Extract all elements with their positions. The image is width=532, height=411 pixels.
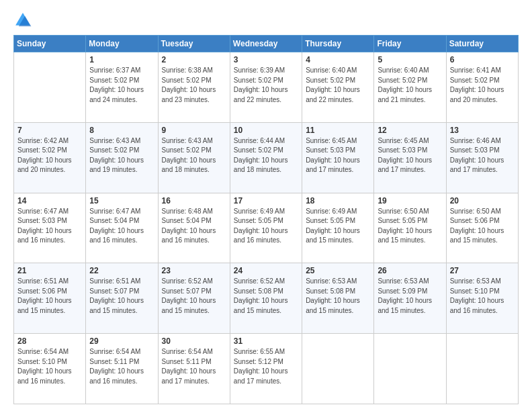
day-number: 7 [17, 126, 82, 135]
day-number: 20 [450, 196, 515, 205]
day-number: 4 [306, 55, 370, 64]
day-info: Sunrise: 6:51 AMSunset: 5:06 PMDaylight:… [17, 277, 82, 316]
day-cell: 20Sunrise: 6:50 AMSunset: 5:06 PMDayligh… [446, 193, 518, 263]
day-cell: 9Sunrise: 6:43 AMSunset: 5:02 PMDaylight… [158, 122, 230, 193]
day-number: 10 [234, 126, 298, 135]
day-cell: 21Sunrise: 6:51 AMSunset: 5:06 PMDayligh… [14, 263, 86, 334]
day-number: 3 [234, 55, 298, 64]
day-cell [374, 334, 446, 404]
weekday-header-monday: Monday [86, 36, 158, 52]
logo [13, 11, 35, 30]
day-number: 12 [378, 126, 442, 135]
day-cell: 15Sunrise: 6:47 AMSunset: 5:04 PMDayligh… [86, 193, 158, 263]
weekday-header-wednesday: Wednesday [230, 36, 302, 52]
day-number: 17 [234, 196, 298, 205]
day-cell: 17Sunrise: 6:49 AMSunset: 5:05 PMDayligh… [230, 193, 302, 263]
week-row-3: 21Sunrise: 6:51 AMSunset: 5:06 PMDayligh… [14, 263, 519, 334]
day-cell: 8Sunrise: 6:43 AMSunset: 5:02 PMDaylight… [86, 122, 158, 193]
weekday-header-sunday: Sunday [14, 36, 86, 52]
day-info: Sunrise: 6:40 AMSunset: 5:02 PMDaylight:… [378, 66, 442, 105]
day-number: 26 [378, 266, 442, 275]
day-info: Sunrise: 6:54 AMSunset: 5:10 PMDaylight:… [17, 347, 82, 386]
day-cell: 25Sunrise: 6:53 AMSunset: 5:08 PMDayligh… [302, 263, 374, 334]
week-row-0: 1Sunrise: 6:37 AMSunset: 5:02 PMDaylight… [14, 52, 519, 123]
day-info: Sunrise: 6:54 AMSunset: 5:11 PMDaylight:… [89, 347, 154, 386]
day-cell: 6Sunrise: 6:41 AMSunset: 5:02 PMDaylight… [446, 52, 518, 123]
day-number: 8 [89, 126, 154, 135]
weekday-header-tuesday: Tuesday [158, 36, 230, 52]
day-cell: 27Sunrise: 6:53 AMSunset: 5:10 PMDayligh… [446, 263, 518, 334]
day-number: 19 [378, 196, 442, 205]
day-info: Sunrise: 6:45 AMSunset: 5:03 PMDaylight:… [306, 136, 370, 175]
calendar-table: SundayMondayTuesdayWednesdayThursdayFrid… [13, 35, 519, 404]
day-cell: 5Sunrise: 6:40 AMSunset: 5:02 PMDaylight… [374, 52, 446, 123]
day-cell: 16Sunrise: 6:48 AMSunset: 5:04 PMDayligh… [158, 193, 230, 263]
logo-icon [13, 11, 32, 30]
day-info: Sunrise: 6:54 AMSunset: 5:11 PMDaylight:… [162, 347, 226, 386]
day-cell [14, 52, 86, 123]
day-cell: 26Sunrise: 6:53 AMSunset: 5:09 PMDayligh… [374, 263, 446, 334]
weekday-header-thursday: Thursday [302, 36, 374, 52]
day-number: 22 [89, 266, 154, 275]
day-cell: 7Sunrise: 6:42 AMSunset: 5:02 PMDaylight… [14, 122, 86, 193]
day-info: Sunrise: 6:46 AMSunset: 5:03 PMDaylight:… [450, 136, 515, 175]
day-cell: 30Sunrise: 6:54 AMSunset: 5:11 PMDayligh… [158, 334, 230, 404]
day-info: Sunrise: 6:47 AMSunset: 5:03 PMDaylight:… [17, 207, 82, 246]
day-number: 16 [162, 196, 226, 205]
day-cell: 18Sunrise: 6:49 AMSunset: 5:05 PMDayligh… [302, 193, 374, 263]
day-cell: 31Sunrise: 6:55 AMSunset: 5:12 PMDayligh… [230, 334, 302, 404]
day-cell: 2Sunrise: 6:38 AMSunset: 5:02 PMDaylight… [158, 52, 230, 123]
day-number: 2 [162, 55, 226, 64]
day-cell: 24Sunrise: 6:52 AMSunset: 5:08 PMDayligh… [230, 263, 302, 334]
day-info: Sunrise: 6:53 AMSunset: 5:10 PMDaylight:… [450, 277, 515, 316]
header [13, 11, 519, 30]
day-cell: 13Sunrise: 6:46 AMSunset: 5:03 PMDayligh… [446, 122, 518, 193]
day-number: 13 [450, 126, 515, 135]
day-info: Sunrise: 6:51 AMSunset: 5:07 PMDaylight:… [89, 277, 154, 316]
day-info: Sunrise: 6:49 AMSunset: 5:05 PMDaylight:… [306, 207, 370, 246]
weekday-header-saturday: Saturday [446, 36, 518, 52]
day-info: Sunrise: 6:37 AMSunset: 5:02 PMDaylight:… [89, 66, 154, 105]
day-cell: 28Sunrise: 6:54 AMSunset: 5:10 PMDayligh… [14, 334, 86, 404]
day-info: Sunrise: 6:40 AMSunset: 5:02 PMDaylight:… [306, 66, 370, 105]
week-row-4: 28Sunrise: 6:54 AMSunset: 5:10 PMDayligh… [14, 334, 519, 404]
day-info: Sunrise: 6:47 AMSunset: 5:04 PMDaylight:… [89, 207, 154, 246]
day-cell: 12Sunrise: 6:45 AMSunset: 5:03 PMDayligh… [374, 122, 446, 193]
day-info: Sunrise: 6:43 AMSunset: 5:02 PMDaylight:… [162, 136, 226, 175]
day-info: Sunrise: 6:45 AMSunset: 5:03 PMDaylight:… [378, 136, 442, 175]
day-number: 9 [162, 126, 226, 135]
day-number: 29 [89, 336, 154, 346]
day-number: 25 [306, 266, 370, 275]
day-cell: 29Sunrise: 6:54 AMSunset: 5:11 PMDayligh… [86, 334, 158, 404]
day-cell: 19Sunrise: 6:50 AMSunset: 5:05 PMDayligh… [374, 193, 446, 263]
day-number: 11 [306, 126, 370, 135]
week-row-1: 7Sunrise: 6:42 AMSunset: 5:02 PMDaylight… [14, 122, 519, 193]
day-info: Sunrise: 6:50 AMSunset: 5:06 PMDaylight:… [450, 207, 515, 246]
day-cell: 10Sunrise: 6:44 AMSunset: 5:02 PMDayligh… [230, 122, 302, 193]
day-cell: 3Sunrise: 6:39 AMSunset: 5:02 PMDaylight… [230, 52, 302, 123]
day-cell: 11Sunrise: 6:45 AMSunset: 5:03 PMDayligh… [302, 122, 374, 193]
day-number: 1 [89, 55, 154, 64]
day-info: Sunrise: 6:53 AMSunset: 5:09 PMDaylight:… [378, 277, 442, 316]
day-cell: 22Sunrise: 6:51 AMSunset: 5:07 PMDayligh… [86, 263, 158, 334]
day-cell: 1Sunrise: 6:37 AMSunset: 5:02 PMDaylight… [86, 52, 158, 123]
day-info: Sunrise: 6:39 AMSunset: 5:02 PMDaylight:… [234, 66, 298, 105]
day-info: Sunrise: 6:53 AMSunset: 5:08 PMDaylight:… [306, 277, 370, 316]
day-number: 18 [306, 196, 370, 205]
day-info: Sunrise: 6:48 AMSunset: 5:04 PMDaylight:… [162, 207, 226, 246]
day-info: Sunrise: 6:49 AMSunset: 5:05 PMDaylight:… [234, 207, 298, 246]
day-info: Sunrise: 6:41 AMSunset: 5:02 PMDaylight:… [450, 66, 515, 105]
day-info: Sunrise: 6:50 AMSunset: 5:05 PMDaylight:… [378, 207, 442, 246]
day-info: Sunrise: 6:38 AMSunset: 5:02 PMDaylight:… [162, 66, 226, 105]
day-cell: 14Sunrise: 6:47 AMSunset: 5:03 PMDayligh… [14, 193, 86, 263]
weekday-header-friday: Friday [374, 36, 446, 52]
day-info: Sunrise: 6:52 AMSunset: 5:07 PMDaylight:… [162, 277, 226, 316]
day-info: Sunrise: 6:42 AMSunset: 5:02 PMDaylight:… [17, 136, 82, 175]
day-number: 23 [162, 266, 226, 275]
day-number: 5 [378, 55, 442, 64]
day-cell: 23Sunrise: 6:52 AMSunset: 5:07 PMDayligh… [158, 263, 230, 334]
day-cell [446, 334, 518, 404]
day-info: Sunrise: 6:44 AMSunset: 5:02 PMDaylight:… [234, 136, 298, 175]
day-number: 27 [450, 266, 515, 275]
day-number: 31 [234, 336, 298, 346]
